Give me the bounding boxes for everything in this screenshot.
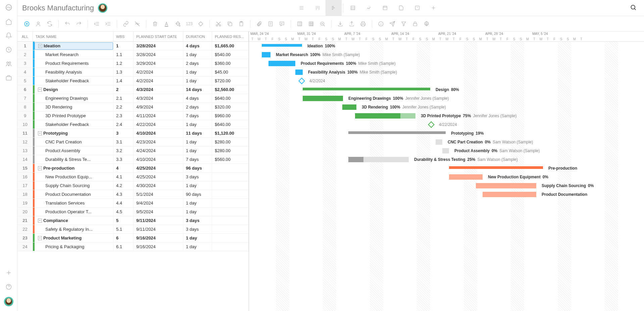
wbs-cell[interactable]: 4.2: [113, 181, 134, 190]
task-row[interactable]: 8 3D Rendering 2.2 4/9/2024 2 days $320.…: [17, 103, 249, 112]
resource-cell[interactable]: $720.00: [212, 77, 249, 85]
wbs-cell[interactable]: 2.2: [113, 103, 134, 111]
wbs-cell[interactable]: 3.2: [113, 146, 134, 155]
task-name-cell[interactable]: − Compliance: [33, 216, 113, 225]
gantt-row[interactable]: Prototyping19%: [249, 129, 644, 138]
gantt-row[interactable]: Design80%: [249, 85, 644, 94]
wbs-cell[interactable]: 2: [113, 85, 134, 94]
gantt-row[interactable]: [249, 208, 644, 216]
user-avatar[interactable]: [4, 297, 13, 306]
summary-bar[interactable]: [348, 131, 446, 134]
number-format[interactable]: 123: [185, 21, 194, 26]
task-row[interactable]: 22 Safety & Regulatory In... 5.1 9/11/20…: [17, 225, 249, 234]
paste-button[interactable]: [237, 19, 246, 29]
wbs-cell[interactable]: 1.3: [113, 68, 134, 76]
view-board[interactable]: [309, 0, 326, 16]
gantt-row[interactable]: New Production Equipment0%: [249, 173, 644, 181]
zoom-button[interactable]: [318, 19, 327, 29]
start-cell[interactable]: 9/11/2024: [134, 216, 183, 225]
resource-cell[interactable]: $45.00: [212, 68, 249, 76]
duration-cell[interactable]: 1 day: [183, 242, 212, 251]
wbs-cell[interactable]: 6: [113, 234, 134, 242]
duration-cell[interactable]: 7 days: [183, 155, 212, 164]
gantt-row[interactable]: CNC Part Creation0%Sam Watson (Sample): [249, 138, 644, 146]
outdent-button[interactable]: [92, 19, 101, 29]
gantt-row[interactable]: 3D Rendering100%Jennifer Jones (Sample): [249, 103, 644, 112]
start-cell[interactable]: 9/16/2024: [134, 242, 183, 251]
gantt-row[interactable]: Product Documentation: [249, 190, 644, 199]
task-name-cell[interactable]: − Ideation: [33, 42, 113, 50]
wbs-cell[interactable]: 4.4: [113, 199, 134, 207]
duration-cell[interactable]: 14 days: [183, 85, 212, 94]
task-name-cell[interactable]: Durability & Stress Te...: [33, 155, 113, 164]
duration-cell[interactable]: 2 days: [183, 103, 212, 111]
task-name-cell[interactable]: Product Assembly: [33, 146, 113, 155]
settings-button[interactable]: [422, 19, 431, 29]
gantt-row[interactable]: [249, 199, 644, 208]
task-name-cell[interactable]: Production Operator T...: [33, 208, 113, 216]
wbs-cell[interactable]: 2.3: [113, 112, 134, 120]
send-button[interactable]: [388, 19, 397, 29]
task-bar[interactable]: [483, 192, 536, 197]
start-cell[interactable]: 5/1/2024: [134, 190, 183, 198]
start-cell[interactable]: 4/3/2024: [134, 94, 183, 102]
task-row[interactable]: 16 New Production Equip... 4.1 4/25/2024…: [17, 173, 249, 181]
task-name-cell[interactable]: Stakeholder Feedback: [33, 120, 113, 129]
collapse-icon[interactable]: −: [38, 88, 42, 92]
task-name-cell[interactable]: − Pre-production: [33, 164, 113, 172]
start-cell[interactable]: 4/10/2024: [134, 129, 183, 137]
task-row[interactable]: 14 Durability & Stress Te... 3.3 4/10/20…: [17, 155, 249, 164]
task-name-cell[interactable]: − Design: [33, 85, 113, 94]
milestone-icon[interactable]: [298, 78, 305, 84]
gantt-row[interactable]: Feasibility Analysis100%Mike Smith (Samp…: [249, 68, 644, 77]
task-bar[interactable]: [436, 139, 442, 145]
start-cell[interactable]: 9/4/2024: [134, 199, 183, 207]
help-icon[interactable]: [5, 283, 13, 291]
resource-cell[interactable]: $2,560.00: [212, 85, 249, 94]
search-icon[interactable]: [627, 4, 639, 12]
duration-cell[interactable]: 1 day: [183, 208, 212, 216]
collapse-icon[interactable]: −: [38, 131, 42, 135]
task-row[interactable]: 7 Engineering Drawings 2.1 4/3/2024 4 da…: [17, 94, 249, 103]
fill-color-button[interactable]: [173, 19, 183, 29]
task-name-cell[interactable]: Pricing & Packaging: [33, 242, 113, 251]
task-bar[interactable]: [355, 113, 415, 119]
task-bar[interactable]: [262, 52, 270, 57]
duration-cell[interactable]: 1 day: [183, 199, 212, 207]
wbs-cell[interactable]: 4: [113, 164, 134, 172]
start-cell[interactable]: 3/28/2024: [134, 50, 183, 59]
task-row[interactable]: 21 − Compliance 5 9/11/2024 3 days: [17, 216, 249, 225]
gantt-row[interactable]: Pre-production: [249, 164, 644, 173]
start-cell[interactable]: 3/28/2024: [134, 42, 183, 50]
duration-cell[interactable]: 2 days: [183, 59, 212, 68]
task-row[interactable]: 10 Stakeholder Feedback 2.4 4/22/2024 1 …: [17, 120, 249, 129]
collapse-icon[interactable]: −: [38, 219, 42, 223]
task-row[interactable]: 2 Market Research 1.1 3/28/2024 1 day $5…: [17, 50, 249, 59]
summary-bar[interactable]: [303, 88, 430, 90]
task-bar[interactable]: [442, 148, 449, 153]
task-bar[interactable]: [295, 70, 303, 75]
collapse-icon[interactable]: −: [38, 166, 42, 170]
task-bar[interactable]: [342, 104, 356, 110]
comments-button[interactable]: [277, 19, 287, 29]
start-cell[interactable]: 3/29/2024: [134, 59, 183, 68]
task-bar[interactable]: [303, 96, 343, 101]
wbs-cell[interactable]: 2.4: [113, 120, 134, 129]
resource-cell[interactable]: [212, 234, 249, 242]
task-name-cell[interactable]: Stakeholder Feedback: [33, 77, 113, 85]
start-cell[interactable]: 9/11/2024: [134, 225, 183, 233]
duration-cell[interactable]: 4 days: [183, 42, 212, 50]
view-chart[interactable]: [361, 0, 377, 16]
milestone-icon[interactable]: [428, 121, 435, 128]
resource-cell[interactable]: $1,665.00: [212, 42, 249, 50]
resource-cell[interactable]: [212, 173, 249, 181]
wbs-cell[interactable]: 2.1: [113, 94, 134, 102]
task-row[interactable]: 20 Production Operator T... 4.5 9/5/2024…: [17, 208, 249, 216]
redo-button[interactable]: [74, 19, 84, 29]
gantt-row[interactable]: Durability & Stress Testing25%Sam Watson…: [249, 155, 644, 164]
start-cell[interactable]: 4/2/2024: [134, 68, 183, 76]
assign-button[interactable]: [34, 19, 43, 29]
resource-cell[interactable]: [212, 181, 249, 190]
task-name-cell[interactable]: Market Research: [33, 50, 113, 59]
print-button[interactable]: [358, 19, 368, 29]
